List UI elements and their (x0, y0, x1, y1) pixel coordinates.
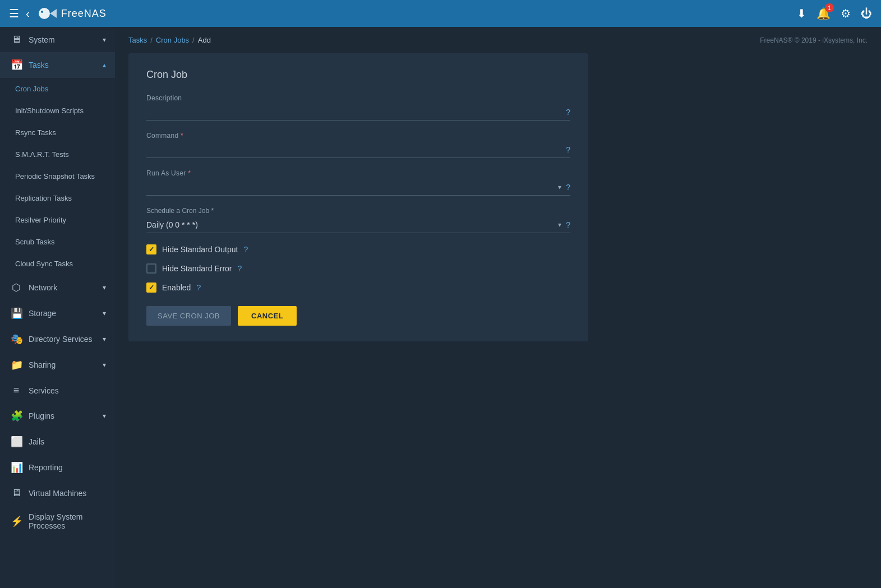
sidebar-item-smart-tests[interactable]: S.M.A.R.T. Tests (0, 143, 115, 165)
sidebar-item-network[interactable]: ⬡ Network ▾ (0, 275, 115, 300)
hide-stderr-checkbox[interactable] (146, 263, 156, 274)
system-icon: 🖥 (11, 34, 22, 45)
run-as-user-label: Run As User * (146, 169, 570, 177)
sidebar-item-jails[interactable]: ⬜ Jails (0, 429, 115, 455)
logo-fish-icon (36, 6, 57, 21)
breadcrumb-tasks-link[interactable]: Tasks (128, 36, 147, 44)
sidebar-item-init-shutdown[interactable]: Init/Shutdown Scripts (0, 100, 115, 122)
sidebar: 🖥 System ▾ 📅 Tasks ▴ Cron Jobs Init/Shut… (0, 27, 115, 588)
virtual-machines-icon: 🖥 (11, 487, 22, 499)
sidebar-item-scrub-label: Scrub Tasks (15, 238, 55, 246)
main-content: Tasks / Cron Jobs / Add FreeNAS® © 2019 … (115, 27, 881, 588)
command-field-row: ? (146, 142, 570, 158)
sidebar-item-system-label: System (29, 35, 55, 44)
sidebar-item-storage[interactable]: 💾 Storage ▾ (0, 300, 115, 326)
cancel-button[interactable]: CANCEL (238, 306, 297, 326)
hide-stdout-label: Hide Standard Output (162, 245, 238, 254)
sidebar-item-plugins-label: Plugins (29, 411, 54, 420)
sidebar-item-tasks-label: Tasks (29, 61, 49, 70)
copyright-text: FreeNAS® © 2019 - iXsystems, Inc. (760, 36, 868, 44)
chevron-down-sharing-icon: ▾ (103, 361, 106, 369)
breadcrumb-sep-2: / (192, 36, 195, 44)
command-required-marker: * (181, 132, 183, 140)
sidebar-item-replication[interactable]: Replication Tasks (0, 187, 115, 209)
sidebar-item-reporting-label: Reporting (29, 463, 63, 472)
sidebar-item-reporting[interactable]: 📊 Reporting (0, 455, 115, 480)
services-icon: ≡ (11, 385, 22, 396)
sidebar-item-cron-jobs-label: Cron Jobs (15, 85, 48, 93)
sidebar-item-services[interactable]: ≡ Services (0, 378, 115, 403)
breadcrumb-left: Tasks / Cron Jobs / Add (128, 36, 211, 44)
save-cron-job-button[interactable]: SAVE CRON JOB (146, 306, 231, 326)
layout: 🖥 System ▾ 📅 Tasks ▴ Cron Jobs Init/Shut… (0, 27, 881, 588)
description-field: Description ? (146, 94, 570, 121)
run-as-user-help-icon[interactable]: ? (566, 183, 570, 192)
dropdown-arrow-icon: ▾ (558, 183, 561, 191)
sidebar-item-system[interactable]: 🖥 System ▾ (0, 27, 115, 52)
sidebar-item-directory-services[interactable]: 🎭 Directory Services ▾ (0, 326, 115, 352)
schedule-row: Daily (0 0 * * *) Hourly (0 * * * *) Wee… (146, 217, 570, 233)
hide-stdout-help-icon[interactable]: ? (243, 245, 248, 254)
sidebar-item-periodic-label: Periodic Snapshot Tasks (15, 172, 95, 180)
chevron-down-plugins-icon: ▾ (103, 412, 106, 420)
power-icon[interactable]: ⏻ (861, 7, 872, 20)
hide-stdout-checkbox[interactable] (146, 244, 156, 254)
hide-stderr-label: Hide Standard Error (162, 264, 232, 273)
sidebar-item-plugins[interactable]: 🧩 Plugins ▾ (0, 403, 115, 429)
enabled-help-icon[interactable]: ? (196, 283, 201, 292)
sidebar-item-virtual-machines[interactable]: 🖥 Virtual Machines (0, 480, 115, 506)
schedule-label: Schedule a Cron Job * (146, 207, 570, 215)
form-title: Cron Job (146, 69, 570, 81)
sidebar-item-cron-jobs[interactable]: Cron Jobs (0, 78, 115, 100)
enabled-row: Enabled ? (146, 283, 570, 293)
svg-marker-1 (50, 9, 57, 18)
notification-badge: 1 (825, 3, 834, 12)
run-as-user-field: Run As User * ▾ ? (146, 169, 570, 196)
sidebar-item-cloud-sync[interactable]: Cloud Sync Tasks (0, 253, 115, 275)
jails-icon: ⬜ (11, 436, 22, 448)
sidebar-item-cloud-sync-label: Cloud Sync Tasks (15, 260, 73, 268)
display-system-icon: ⚡ (11, 515, 22, 527)
topbar-left: ☰ ‹ FreeNAS (9, 6, 107, 21)
sidebar-item-rsync-tasks[interactable]: Rsync Tasks (0, 122, 115, 143)
hide-stderr-help-icon[interactable]: ? (238, 264, 242, 273)
sidebar-item-init-shutdown-label: Init/Shutdown Scripts (15, 107, 84, 115)
breadcrumb-cron-jobs-link[interactable]: Cron Jobs (156, 36, 189, 44)
sidebar-item-resilver-label: Resilver Priority (15, 216, 66, 224)
description-help-icon[interactable]: ? (566, 108, 570, 117)
schedule-help-icon[interactable]: ? (566, 220, 570, 229)
chevron-down-dir-icon: ▾ (103, 335, 106, 343)
sidebar-item-sharing[interactable]: 📁 Sharing ▾ (0, 352, 115, 378)
settings-icon[interactable]: ⚙ (841, 7, 851, 20)
schedule-select[interactable]: Daily (0 0 * * *) Hourly (0 * * * *) Wee… (146, 217, 553, 233)
network-icon: ⬡ (11, 281, 22, 294)
sidebar-item-resilver[interactable]: Resilver Priority (0, 209, 115, 231)
sidebar-item-periodic-snapshot[interactable]: Periodic Snapshot Tasks (0, 165, 115, 187)
notification-icon[interactable]: 🔔 1 (817, 7, 831, 20)
sidebar-item-services-label: Services (29, 386, 59, 395)
description-label: Description (146, 94, 570, 102)
hide-stdout-row: Hide Standard Output ? (146, 244, 570, 254)
sidebar-item-sharing-label: Sharing (29, 360, 56, 369)
directory-services-icon: 🎭 (11, 333, 22, 345)
sidebar-item-tasks[interactable]: 📅 Tasks ▴ (0, 52, 115, 78)
sidebar-item-display-label: Display System Processes (29, 512, 106, 530)
description-field-row: ? (146, 104, 570, 121)
sidebar-item-scrub[interactable]: Scrub Tasks (0, 231, 115, 253)
description-input[interactable] (146, 104, 561, 120)
chevron-down-icon: ▾ (103, 36, 106, 44)
back-icon[interactable]: ‹ (26, 7, 30, 20)
command-label: Command * (146, 132, 570, 140)
breadcrumb: Tasks / Cron Jobs / Add FreeNAS® © 2019 … (128, 36, 868, 44)
download-icon[interactable]: ⬇ (797, 7, 806, 20)
run-as-user-input[interactable] (146, 179, 553, 195)
chevron-up-icon: ▴ (103, 61, 106, 69)
command-help-icon[interactable]: ? (566, 145, 570, 154)
sidebar-item-display-system[interactable]: ⚡ Display System Processes (0, 506, 115, 537)
form-button-row: SAVE CRON JOB CANCEL (146, 306, 570, 326)
enabled-label: Enabled (162, 283, 191, 292)
enabled-checkbox[interactable] (146, 283, 156, 293)
hamburger-icon[interactable]: ☰ (9, 7, 19, 20)
cron-job-form-card: Cron Job Description ? Command * ? (128, 53, 588, 341)
command-input[interactable] (146, 142, 561, 158)
